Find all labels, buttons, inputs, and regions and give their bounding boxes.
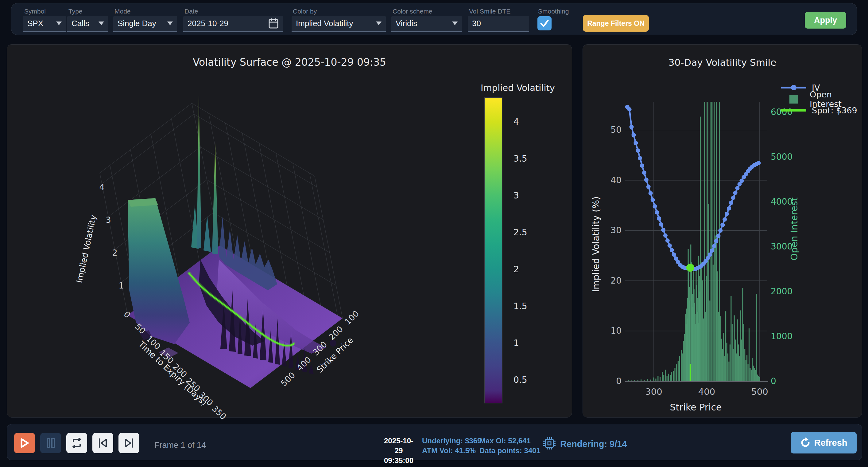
svg-text:10: 10 <box>611 326 622 336</box>
surface-panel: Volatility Surface @ 2025-10-29 09:35 <box>7 44 572 417</box>
status-date: 2025-10-29 <box>381 436 416 456</box>
mode-select[interactable]: Mode Single Day <box>113 3 177 34</box>
skip-end-icon <box>124 438 134 448</box>
vol-smile-dte-label: Vol Smile DTE <box>469 8 510 15</box>
play-button[interactable] <box>14 433 35 453</box>
colorbar-tick: 1 <box>514 338 519 348</box>
svg-text:0: 0 <box>616 376 622 386</box>
color-scheme-select[interactable]: Color scheme Viridis <box>391 3 462 34</box>
svg-text:20: 20 <box>611 275 622 286</box>
svg-text:0: 0 <box>771 376 776 386</box>
status-max-oi: Max OI: 52,641 <box>479 436 540 446</box>
smoothing-checkbox[interactable] <box>537 16 552 30</box>
colorbar-title: Implied Volatility <box>480 83 555 93</box>
svg-text:2000: 2000 <box>771 286 793 296</box>
legend-label: Spot: $369 <box>812 106 857 115</box>
range-filters-button[interactable]: Range Filters ON <box>583 15 649 32</box>
legend-item-open-interest[interactable]: Open Interest <box>780 94 862 105</box>
surface-z-tick: 2 <box>112 248 117 258</box>
calendar-icon[interactable] <box>268 18 279 29</box>
surface-z-tick: 4 <box>99 182 104 192</box>
mode-label: Mode <box>115 8 131 15</box>
colorbar-tick: 3 <box>514 191 519 201</box>
colorbar-tick: 2.5 <box>514 227 527 237</box>
refresh-button[interactable]: Refresh <box>790 432 857 454</box>
color-scheme-label: Color scheme <box>393 8 432 15</box>
date-value: 2025-10-29 <box>188 19 228 28</box>
smoothing-field: Smoothing <box>537 3 577 34</box>
svg-text:400: 400 <box>698 386 715 397</box>
chevron-down-icon <box>376 22 381 25</box>
color-by-label: Color by <box>293 8 317 15</box>
pause-icon <box>46 438 55 448</box>
svg-text:1000: 1000 <box>771 331 793 341</box>
legend-item-spot-[interactable]: Spot: $369 <box>780 105 857 116</box>
type-value: Calls <box>71 19 89 28</box>
refresh-label: Refresh <box>814 438 847 448</box>
cpu-icon <box>542 437 556 450</box>
type-select[interactable]: Type Calls <box>67 3 108 34</box>
chevron-down-icon <box>452 22 458 25</box>
svg-text:500: 500 <box>751 386 768 397</box>
skip-start-button[interactable] <box>92 433 113 453</box>
apply-button[interactable]: Apply <box>805 12 846 29</box>
vol-smile-dte-input[interactable]: Vol Smile DTE 30 <box>468 3 529 34</box>
symbol-select[interactable]: Symbol SPX <box>23 3 66 34</box>
app-window: Symbol SPX Type Calls Mode Single Day Da… <box>0 0 868 467</box>
chevron-down-icon <box>56 22 62 25</box>
smile-ylabel-right: Open Interest <box>789 197 800 260</box>
status-data-points: Data points: 3401 <box>479 446 540 456</box>
color-by-value: Implied Volatility <box>296 19 353 28</box>
status-atm-vol: ATM Vol: 41.5% <box>422 446 481 456</box>
loop-icon <box>71 438 83 448</box>
skip-end-button[interactable] <box>119 433 140 453</box>
surface-z-tick: 3 <box>105 215 111 225</box>
color-scheme-value: Viridis <box>396 19 417 28</box>
colorbar-tick: 0.5 <box>514 375 527 385</box>
color-by-select[interactable]: Color by Implied Volatility <box>291 3 386 34</box>
chevron-down-icon <box>98 22 104 25</box>
colorbar-tick: 1.5 <box>514 301 527 311</box>
rendering-status: Rendering: 9/14 <box>560 439 627 449</box>
svg-text:30: 30 <box>611 225 622 235</box>
square-legend-sample <box>780 94 805 105</box>
playback-bar: Frame 1 of 14 2025-10-29 09:35:00 Underl… <box>7 424 862 460</box>
colorbar <box>484 97 502 403</box>
refresh-icon <box>800 438 811 448</box>
skip-start-icon <box>98 438 108 448</box>
type-label: Type <box>68 8 83 15</box>
svg-text:300: 300 <box>645 386 662 397</box>
chevron-down-icon <box>167 22 173 25</box>
status-oi-block: Max OI: 52,641 Data points: 3401 <box>479 436 540 456</box>
colorbar-tick: 3.5 <box>514 154 527 164</box>
frame-counter: Frame 1 of 14 <box>154 441 206 450</box>
smoothing-label: Smoothing <box>538 8 569 15</box>
smile-panel: 30-Day Volatility Smile 0102030405001000… <box>583 44 862 417</box>
status-timestamp: 2025-10-29 09:35:00 <box>381 436 416 465</box>
status-underlying: Underlying: $369 <box>422 436 481 446</box>
smile-xlabel: Strike Price <box>670 402 722 413</box>
status-underlying-block: Underlying: $369 ATM Vol: 41.5% <box>422 436 481 456</box>
symbol-value: SPX <box>27 19 43 28</box>
spotline-legend-sample <box>780 105 808 116</box>
status-time: 09:35:00 <box>381 456 416 465</box>
loop-button[interactable] <box>66 433 87 453</box>
svg-text:5000: 5000 <box>771 152 793 162</box>
symbol-label: Symbol <box>24 8 46 15</box>
colorbar-tick: 4 <box>514 117 519 127</box>
smile-ylabel-left: Implied Volatility (%) <box>591 196 601 292</box>
pause-button[interactable] <box>40 433 61 453</box>
date-field[interactable]: Date 2025-10-29 <box>183 3 283 34</box>
play-icon <box>20 438 29 448</box>
svg-text:40: 40 <box>611 175 622 185</box>
surface-z-tick: 1 <box>119 281 124 290</box>
svg-text:50: 50 <box>611 125 622 135</box>
line-legend-sample <box>780 82 808 93</box>
checkmark-icon <box>540 19 549 27</box>
vol-smile-dte-value: 30 <box>472 19 481 28</box>
mode-value: Single Day <box>118 19 156 28</box>
date-label: Date <box>184 8 198 15</box>
colorbar-tick: 2 <box>514 264 519 274</box>
toolbar: Symbol SPX Type Calls Mode Single Day Da… <box>11 3 857 35</box>
